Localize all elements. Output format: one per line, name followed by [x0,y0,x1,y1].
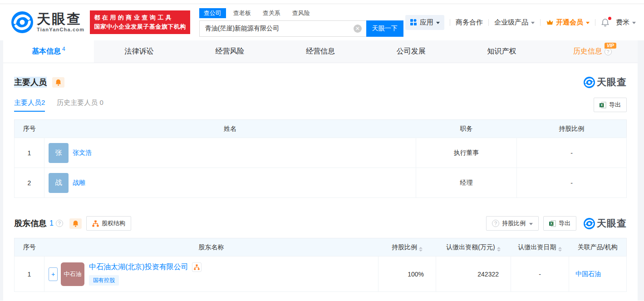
tab-count-badge: 4 [62,46,65,52]
chevron-down-icon [632,22,636,24]
structure-label: 股权结构 [102,219,125,227]
notification-dot [608,17,611,20]
search-button[interactable]: 天眼一下 [366,20,403,37]
search-tab-company[interactable]: 查公司 [199,8,226,18]
nav-cooperation[interactable]: 商务合作 [456,18,483,27]
logo-title: 天眼查 [37,12,84,26]
state-owned-tag: 国有控股 [89,275,119,286]
tab-label: 经营信息 [306,47,335,56]
subtab-history-members[interactable]: 历史主要人员 0 [57,99,103,112]
tab-company-development[interactable]: 公司发展 [366,40,457,63]
tab-operating-risk[interactable]: 经营风险 [184,40,275,63]
shareholders-section-title: 股东信息 [14,218,47,229]
search-tabs: 查公司 查老板 查关系 查风险 [199,8,403,18]
search-tab-relation[interactable]: 查关系 [263,8,280,18]
tab-label: 知识产权 [487,47,516,56]
shareholders-actions: ? 持股比例 X 导出 [482,216,627,231]
notifications-bell[interactable] [601,18,610,27]
subtab-current-members[interactable]: 主要人员2 [14,99,45,112]
col-ratio-sortable[interactable]: 持股比例 [379,238,436,257]
members-title-row: 主要人员 天眼查 [14,76,627,89]
help-icon[interactable]: ? [605,48,612,55]
row-no: 1 [15,138,44,168]
apps-menu[interactable]: 应用 [405,15,444,30]
search-block: 查公司 查老板 查关系 查风险 ✕ 天眼一下 [199,8,403,37]
tab-legal[interactable]: 法律诉讼 [94,40,185,63]
sort-icon [558,247,562,252]
tianyancha-watermark: 天眼查 [584,217,627,230]
sort-icon [497,247,501,252]
tab-label: 基本信息 [32,47,61,56]
related-product-cell: 中国石油 [569,257,627,292]
search-tab-boss[interactable]: 查老板 [233,8,251,18]
username-label: 费米 [616,18,629,27]
eye-logo-icon [584,77,595,88]
col-label: 持股比例 [392,243,417,251]
sort-icon [419,247,423,252]
shareholders-table-header: 序号 股东名称 持股比例 认缴出资额(万元) 认缴出资日期 关联产品/机构 [15,238,627,257]
related-product-link[interactable]: 中国石油 [575,270,601,277]
org-chart-icon [194,264,200,270]
site-header: 天眼查 TianYanCha.com 都在用的商业查询工具 国家中小企业发展子基… [0,4,644,40]
tab-operating-info[interactable]: 经营信息 [275,40,366,63]
content-card: 基本信息 4 法律诉讼 经营风险 经营信息 公司发展 知识产权 VIP 历史信息… [3,40,638,301]
col-amount-sortable[interactable]: 认缴出资额(万元) [436,238,511,257]
header-nav: 应用 商务合作 企业级产品 开通会员 费米 [405,15,636,30]
members-export-button[interactable]: X 导出 [594,98,627,112]
shareholders-table: 序号 股东名称 持股比例 认缴出资额(万元) 认缴出资日期 关联产品/机构 [14,238,627,292]
col-date-sortable[interactable]: 认缴出资日期 [511,238,569,257]
nav-enterprise[interactable]: 企业级产品 [494,18,535,27]
shareholders-subscribe-bell[interactable] [69,218,82,229]
shareholder-date: - [511,257,569,292]
search-row: ✕ 天眼一下 [199,20,403,37]
members-section: 主要人员 天眼查 主要人员2 历史主要人员 0 [3,76,638,198]
shareholder-amount: 242322 [436,257,511,292]
shareholders-title-row: 股东信息 1 ? 股权结构 ? 持股比例 [14,216,627,231]
members-table: 序号 姓名 职务 持股比例 1 张 张文浩 执行董事 - [14,119,627,198]
col-label: 认缴出资日期 [518,243,556,251]
subtab-label: 主要人员 [14,99,41,106]
user-menu[interactable]: 费米 [616,18,636,27]
logo-text: 天眼查 TianYanCha.com [37,12,84,32]
table-row: 2 战 战雕 经理 - [15,168,627,198]
help-icon[interactable]: ? [56,220,63,227]
clear-icon[interactable]: ✕ [354,25,362,33]
ratio-label: 持股比例 [502,219,526,227]
tianyancha-logo[interactable]: 天眼查 TianYanCha.com [11,11,84,33]
crown-icon [546,19,554,26]
shareholders-export-button[interactable]: X 导出 [543,216,576,231]
person-position: 执行董事 [416,138,517,168]
members-subscribe-bell[interactable] [52,77,64,88]
members-subtab-row: 主要人员2 历史主要人员 0 X 导出 [14,98,627,112]
search-tab-risk[interactable]: 查风险 [292,8,310,18]
avatar: 战 [49,173,69,193]
equity-structure-button[interactable]: 股权结构 [86,216,131,231]
subtab-count: 0 [100,99,103,106]
tab-basic-info[interactable]: 基本信息 4 [3,40,94,63]
ratio-dropdown-button[interactable]: ? 持股比例 [486,216,539,231]
col-no: 序号 [15,238,44,257]
bell-icon [72,220,79,227]
tab-label: 历史信息 [573,47,602,56]
person-name-link[interactable]: 张文浩 [73,149,92,157]
person-name-link[interactable]: 战雕 [73,179,85,187]
chevron-down-icon [436,22,440,24]
separator [488,19,489,26]
search-input[interactable] [199,20,366,37]
shareholders-section: 股东信息 1 ? 股权结构 ? 持股比例 [3,216,638,292]
shareholders-count: 1 [49,219,54,227]
nav-vip-upgrade[interactable]: 开通会员 [546,18,590,27]
tab-intellectual-property[interactable]: 知识产权 [457,40,547,63]
col-shareholder-name: 股东名称 [44,238,379,257]
equity-structure-mini-button[interactable] [192,262,202,272]
members-section-title: 主要人员 [14,77,47,88]
tab-label: 公司发展 [397,47,426,56]
bell-icon [55,79,62,86]
shareholder-name-link[interactable]: 中石油太湖(北京)投资有限公司 [89,262,188,272]
separator [450,19,450,26]
col-no: 序号 [15,120,44,138]
expand-button[interactable]: + [49,267,58,281]
tab-history-info[interactable]: VIP 历史信息 ? [547,40,638,63]
page-background: 基本信息 4 法律诉讼 经营风险 经营信息 公司发展 知识产权 VIP 历史信息… [0,40,644,301]
eye-logo-icon [11,11,33,33]
